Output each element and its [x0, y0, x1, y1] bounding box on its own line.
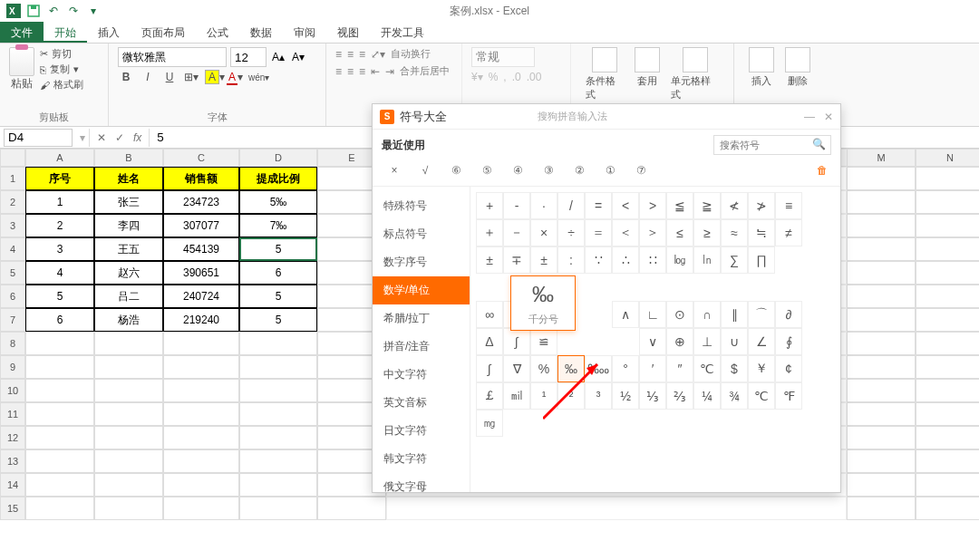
cell-D6[interactable]: 5	[239, 285, 317, 308]
symbol-cell[interactable]: ≧	[693, 192, 721, 219]
cell-M10[interactable]	[847, 379, 916, 402]
cell-C12[interactable]	[163, 426, 239, 449]
row-header-8[interactable]: 8	[0, 332, 25, 355]
cell-B1[interactable]: 姓名	[94, 167, 163, 190]
align-right-icon[interactable]: ≡	[359, 65, 365, 78]
row-header-11[interactable]: 11	[0, 402, 25, 426]
symbol-cell[interactable]: ㏑	[693, 246, 721, 274]
cell-D2[interactable]: 5‰	[239, 190, 317, 214]
row-header-10[interactable]: 10	[0, 379, 25, 402]
tab-insert[interactable]: 插入	[87, 22, 131, 43]
fx-icon[interactable]: fx	[133, 131, 141, 144]
tab-file[interactable]: 文件	[0, 22, 44, 43]
cell-E15[interactable]	[317, 497, 386, 520]
symbol-cell[interactable]: ㎎	[476, 410, 503, 437]
symbol-cell[interactable]: ∩	[693, 301, 721, 328]
cell-M5[interactable]	[847, 261, 916, 285]
painter-button[interactable]: 🖌格式刷	[40, 78, 83, 92]
category-item[interactable]: 日文字符	[373, 417, 470, 445]
align-center-icon[interactable]: ≡	[347, 65, 354, 78]
cell-C2[interactable]: 234723	[163, 190, 239, 214]
align-mid-icon[interactable]: ≡	[347, 48, 354, 61]
tab-formulas[interactable]: 公式	[196, 22, 239, 43]
align-top-icon[interactable]: ≡	[335, 48, 342, 61]
cancel-icon[interactable]: ✕	[97, 131, 106, 144]
symbol-cell[interactable]: ㏒	[666, 246, 693, 274]
cell-M8[interactable]	[847, 332, 916, 355]
cell-D1[interactable]: 提成比例	[239, 167, 317, 190]
cell-M1[interactable]	[847, 167, 916, 190]
cell-D13[interactable]	[239, 449, 317, 473]
row-header-1[interactable]: 1	[0, 167, 25, 190]
cell-N9[interactable]	[916, 355, 979, 379]
cell-A6[interactable]: 5	[25, 285, 94, 308]
symbol-cell[interactable]: ⊥	[693, 328, 721, 355]
cell-C9[interactable]	[163, 355, 239, 379]
cell-C11[interactable]	[163, 402, 239, 426]
category-item[interactable]: 中文字符	[373, 361, 470, 389]
symbol-cell[interactable]: %	[530, 355, 557, 382]
symbol-cell[interactable]: ¹	[530, 382, 557, 410]
wrap-button[interactable]: 自动换行	[391, 47, 431, 61]
row-header-13[interactable]: 13	[0, 449, 25, 473]
copy-button[interactable]: ⎘复制▾	[40, 63, 83, 76]
symbol-cell[interactable]: Δ	[476, 328, 503, 355]
symbol-cell[interactable]: ×	[530, 219, 557, 246]
col-header-B[interactable]: B	[94, 149, 163, 167]
symbol-cell[interactable]: ∞	[476, 301, 503, 328]
popup-titlebar[interactable]: S 符号大全 搜狗拼音输入法 — ✕	[373, 104, 840, 130]
cell-C13[interactable]	[163, 449, 239, 473]
symbol-cell[interactable]: ∫	[503, 328, 530, 355]
cell-B5[interactable]: 赵六	[94, 261, 163, 285]
cell-B8[interactable]	[94, 332, 163, 355]
row-header-6[interactable]: 6	[0, 285, 25, 308]
inc-dec-icon[interactable]: .0	[512, 71, 521, 83]
row-header-12[interactable]: 12	[0, 426, 25, 449]
cell-D11[interactable]	[239, 402, 317, 426]
cell-M2[interactable]	[847, 190, 916, 214]
border-button[interactable]: ⊞▾	[183, 71, 199, 83]
bold-button[interactable]: B	[118, 71, 134, 83]
symbol-cell[interactable]: ⅓	[639, 382, 666, 410]
tab-data[interactable]: 数据	[239, 22, 283, 43]
indent-dec-icon[interactable]: ⇤	[371, 65, 380, 78]
shrink-font-icon[interactable]: A▾	[290, 51, 306, 63]
symbol-cell[interactable]: ∵	[585, 246, 612, 274]
cell-A1[interactable]: 序号	[25, 167, 94, 190]
cell-A2[interactable]: 1	[25, 190, 94, 214]
cell-B6[interactable]: 吕二	[94, 285, 163, 308]
cell-N5[interactable]	[916, 261, 979, 285]
cell-C14[interactable]	[163, 473, 239, 497]
category-item[interactable]: 标点符号	[373, 220, 470, 248]
cell-D12[interactable]	[239, 426, 317, 449]
cell-M11[interactable]	[847, 402, 916, 426]
symbol-cell[interactable]: =	[585, 192, 612, 219]
name-box[interactable]	[4, 129, 73, 147]
cell-C8[interactable]	[163, 332, 239, 355]
cell-N4[interactable]	[916, 237, 979, 261]
symbol-cell[interactable]: $	[721, 355, 748, 382]
italic-button[interactable]: I	[140, 71, 156, 83]
font-color-button[interactable]: A▾	[227, 71, 243, 83]
recent-symbol[interactable]: ④	[509, 164, 527, 177]
cond-format-button[interactable]: 条件格式	[580, 47, 629, 101]
cell-M14[interactable]	[847, 473, 916, 497]
recent-symbol[interactable]: ①	[601, 164, 619, 177]
symbol-cell[interactable]: ㏕	[503, 382, 530, 410]
symbol-cell[interactable]: ≤	[666, 219, 693, 246]
row-header-14[interactable]: 14	[0, 473, 25, 497]
symbol-cell[interactable]: °	[612, 355, 639, 382]
row-header-9[interactable]: 9	[0, 355, 25, 379]
cell-N8[interactable]	[916, 332, 979, 355]
symbol-cell[interactable]: ￡	[476, 382, 503, 410]
symbol-cell[interactable]: ℃	[693, 355, 721, 382]
cell-N6[interactable]	[916, 285, 979, 308]
cell-C15[interactable]	[163, 497, 239, 520]
symbol-cell[interactable]: ＋	[476, 219, 503, 246]
symbol-cell[interactable]: ∪	[721, 328, 748, 355]
col-header-A[interactable]: A	[25, 149, 94, 167]
symbol-cell[interactable]: ∨	[639, 328, 666, 355]
cell-C10[interactable]	[163, 379, 239, 402]
col-header-D[interactable]: D	[239, 149, 317, 167]
cell-B15[interactable]	[94, 497, 163, 520]
